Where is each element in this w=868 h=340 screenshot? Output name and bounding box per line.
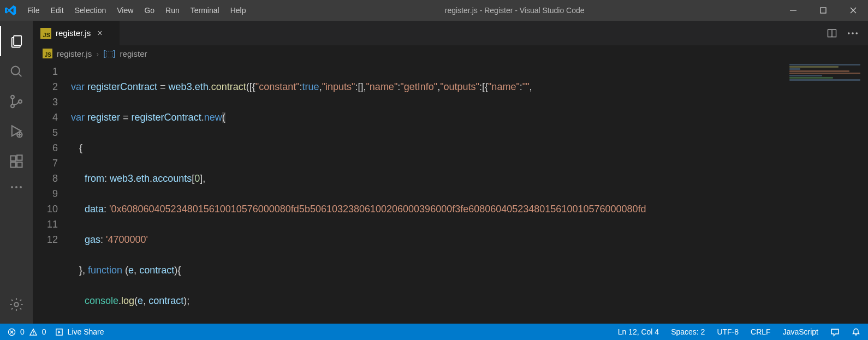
more-actions-icon[interactable] [847, 32, 858, 35]
breadcrumb-file[interactable]: register.js [57, 49, 92, 58]
extensions-icon[interactable] [0, 146, 33, 176]
tab-label: register.js [56, 28, 91, 38]
editor[interactable]: 123 456 789 101112 var registerContract … [33, 62, 868, 324]
breadcrumb-symbol[interactable]: register [120, 49, 147, 58]
minimize-button[interactable] [778, 0, 808, 21]
menu-selection[interactable]: Selection [69, 0, 112, 21]
explorer-icon[interactable] [0, 26, 33, 56]
status-bar: 0 0 Live Share Ln 12, Col 4 Spaces: 2 UT… [0, 324, 868, 340]
maximize-button[interactable] [808, 0, 838, 21]
svg-rect-2 [14, 35, 21, 45]
minimap[interactable] [786, 62, 868, 324]
menu-view[interactable]: View [111, 0, 139, 21]
svg-rect-15 [17, 155, 22, 160]
menu-edit[interactable]: Edit [45, 0, 69, 21]
svg-point-24 [855, 32, 858, 34]
menubar: File Edit Selection View Go Run Terminal… [22, 0, 251, 21]
main-area: JS register.js × JS register.js › [⬚] re… [0, 21, 868, 324]
encoding-status[interactable]: UTF-8 [717, 327, 739, 336]
close-tab-icon[interactable]: × [97, 28, 102, 38]
search-icon[interactable] [0, 56, 33, 86]
eol-status[interactable]: CRLF [751, 327, 771, 336]
close-button[interactable] [838, 0, 868, 21]
chevron-right-icon: › [96, 49, 99, 58]
svg-point-17 [15, 186, 17, 188]
menu-run[interactable]: Run [160, 0, 185, 21]
settings-gear-icon[interactable] [0, 289, 33, 319]
liveshare-icon [55, 328, 63, 336]
svg-rect-14 [17, 162, 22, 167]
svg-rect-13 [11, 162, 16, 167]
feedback-icon[interactable] [830, 327, 840, 337]
svg-rect-0 [790, 10, 796, 11]
breadcrumbs[interactable]: JS register.js › [⬚] register [33, 45, 868, 62]
editor-area: JS register.js × JS register.js › [⬚] re… [33, 21, 868, 324]
svg-point-22 [848, 32, 850, 34]
svg-point-18 [20, 186, 22, 188]
js-file-icon: JS [43, 49, 52, 58]
menu-terminal[interactable]: Terminal [185, 0, 225, 21]
activity-bar [0, 21, 33, 324]
code-content[interactable]: var registerContract = web3.eth.contract… [71, 62, 786, 324]
source-control-icon[interactable] [0, 86, 33, 116]
menu-help[interactable]: Help [225, 0, 252, 21]
svg-point-19 [14, 302, 18, 306]
svg-point-6 [11, 104, 14, 108]
tab-register-js[interactable]: JS register.js × [33, 21, 120, 45]
symbol-icon: [⬚] [103, 49, 115, 58]
line-gutter: 123 456 789 101112 [33, 62, 71, 324]
menu-file[interactable]: File [22, 0, 45, 21]
cursor-position[interactable]: Ln 12, Col 4 [618, 327, 659, 336]
svg-line-4 [19, 73, 22, 76]
window-controls [778, 0, 868, 21]
tab-bar: JS register.js × [33, 21, 868, 45]
window-title: register.js - Register - Visual Studio C… [251, 6, 778, 15]
svg-rect-12 [11, 156, 16, 160]
language-status[interactable]: JavaScript [783, 327, 818, 336]
vscode-logo [0, 4, 22, 16]
svg-point-23 [852, 32, 854, 34]
svg-point-7 [19, 100, 22, 103]
editor-actions [827, 21, 868, 45]
menu-go[interactable]: Go [139, 0, 160, 21]
bell-icon[interactable] [852, 327, 860, 337]
more-icon[interactable] [0, 176, 33, 198]
svg-rect-1 [821, 8, 826, 13]
svg-point-16 [11, 186, 13, 188]
split-editor-icon[interactable] [827, 28, 837, 39]
liveshare-status[interactable]: Live Share [55, 327, 104, 336]
svg-point-5 [11, 95, 14, 98]
svg-point-27 [33, 333, 34, 335]
problems-status[interactable]: 0 0 [8, 327, 46, 336]
warning-icon [29, 328, 38, 336]
error-icon [8, 328, 16, 336]
titlebar: File Edit Selection View Go Run Terminal… [0, 0, 868, 21]
run-debug-icon[interactable] [0, 116, 33, 146]
js-file-icon: JS [40, 28, 51, 39]
indentation-status[interactable]: Spaces: 2 [671, 327, 705, 336]
